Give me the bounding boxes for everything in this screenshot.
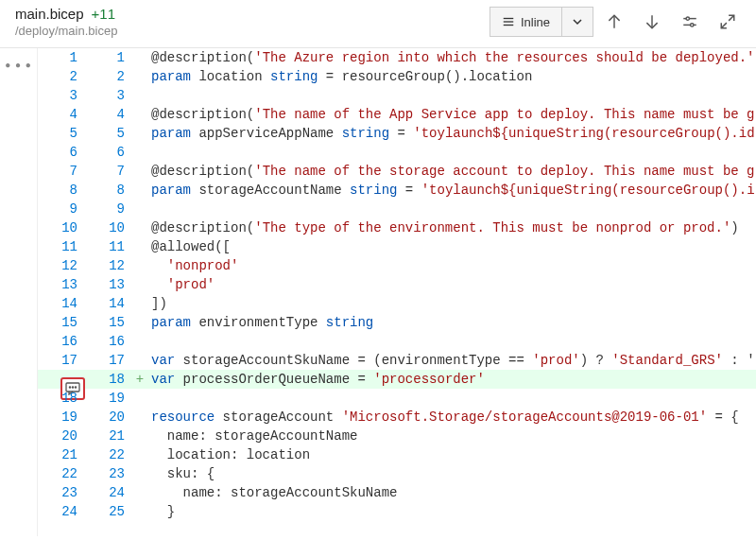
code-row[interactable]: 66 <box>38 143 756 162</box>
code-row[interactable]: 1717var storageAccountSkuName = (environ… <box>38 351 756 370</box>
line-number-new[interactable]: 1 <box>85 48 132 67</box>
line-number-old[interactable]: 22 <box>38 464 85 483</box>
line-number-old[interactable]: 10 <box>38 218 85 237</box>
code-row[interactable]: 2021 name: storageAccountName <box>38 427 756 445</box>
code-row[interactable]: 55param appServiceAppName string = 'toyl… <box>38 124 756 143</box>
line-number-old[interactable]: 5 <box>38 124 85 143</box>
line-number-new[interactable]: 10 <box>85 218 132 237</box>
code-content: 'prod' <box>147 275 756 294</box>
line-number-old[interactable]: 18 <box>38 389 85 408</box>
svg-point-8 <box>691 24 694 26</box>
line-number-new[interactable]: 11 <box>85 237 132 256</box>
code-content: location: location <box>147 445 756 464</box>
line-number-new[interactable]: 21 <box>85 427 132 445</box>
code-row[interactable]: 2223 sku: { <box>38 464 756 483</box>
more-actions-button[interactable]: ● ● ● <box>5 60 32 536</box>
settings-button[interactable] <box>673 7 707 37</box>
file-name[interactable]: main.bicep <box>15 6 84 22</box>
line-number-old[interactable]: 16 <box>38 332 85 351</box>
code-row[interactable]: 1819 <box>38 389 756 408</box>
line-number-new[interactable]: 13 <box>85 275 132 294</box>
prev-diff-button[interactable] <box>597 7 631 37</box>
svg-point-12 <box>69 387 70 388</box>
code-row[interactable]: 1414]) <box>38 294 756 313</box>
code-row[interactable]: 99 <box>38 200 756 218</box>
code-row[interactable]: 44@description('The name of the App Serv… <box>38 105 756 124</box>
expand-icon <box>719 13 736 30</box>
line-number-new[interactable]: 6 <box>85 143 132 162</box>
code-content: name: storageAccountSkuName <box>147 483 756 502</box>
line-number-old[interactable]: 2 <box>38 67 85 86</box>
code-row[interactable]: 2324 name: storageAccountSkuName <box>38 483 756 502</box>
line-number-new[interactable]: 3 <box>85 86 132 105</box>
line-number-new[interactable]: 8 <box>85 181 132 200</box>
line-number-new[interactable]: 16 <box>85 332 132 351</box>
line-number-new[interactable]: 5 <box>85 124 132 143</box>
code-row[interactable]: 1616 <box>38 332 756 351</box>
code-row[interactable]: 2122 location: location <box>38 445 756 464</box>
line-number-old[interactable]: 9 <box>38 200 85 218</box>
code-row[interactable]: 88param storageAccountName string = 'toy… <box>38 181 756 200</box>
code-row[interactable]: 22param location string = resourceGroup(… <box>38 67 756 86</box>
svg-point-13 <box>72 387 73 388</box>
code-row[interactable]: 1010@description('The type of the enviro… <box>38 218 756 237</box>
code-row[interactable]: 1920resource storageAccount 'Microsoft.S… <box>38 408 756 427</box>
diff-view-dropdown[interactable] <box>562 8 593 36</box>
code-content: var storageAccountSkuName = (environment… <box>147 351 756 370</box>
line-number-new[interactable]: 23 <box>85 464 132 483</box>
line-number-new[interactable]: 20 <box>85 408 132 427</box>
header-toolbar: Inline <box>490 7 745 37</box>
code-row[interactable]: 2425 } <box>38 502 756 521</box>
line-number-old[interactable]: 17 <box>38 351 85 370</box>
line-number-old[interactable]: 4 <box>38 105 85 124</box>
line-number-new[interactable]: 25 <box>85 502 132 521</box>
line-number-old[interactable]: 23 <box>38 483 85 502</box>
line-number-old[interactable]: 14 <box>38 294 85 313</box>
line-number-old[interactable]: 21 <box>38 445 85 464</box>
line-number-old[interactable]: 11 <box>38 237 85 256</box>
svg-line-9 <box>729 15 734 21</box>
line-number-new[interactable]: 4 <box>85 105 132 124</box>
line-number-old[interactable]: 7 <box>38 162 85 181</box>
line-number-new[interactable]: 7 <box>85 162 132 181</box>
chevron-down-icon <box>572 16 583 27</box>
code-content: @description('The Azure region into whic… <box>147 48 756 67</box>
line-number-new[interactable]: 12 <box>85 256 132 275</box>
line-number-new[interactable]: 19 <box>85 389 132 408</box>
line-number-old[interactable]: 1 <box>38 48 85 67</box>
code-row[interactable]: 1515param environmentType string <box>38 313 756 332</box>
code-row[interactable]: 1313 'prod' <box>38 275 756 294</box>
line-number-old[interactable]: 24 <box>38 502 85 521</box>
code-row[interactable]: 1212 'nonprod' <box>38 256 756 275</box>
line-number-old[interactable]: 19 <box>38 408 85 427</box>
code-content: sku: { <box>147 464 756 483</box>
code-row[interactable]: 33 <box>38 86 756 105</box>
line-number-old[interactable]: 20 <box>38 427 85 445</box>
code-row[interactable]: 18+var processOrderQueueName = 'processo… <box>38 370 756 389</box>
next-diff-button[interactable] <box>635 7 669 37</box>
line-number-old[interactable]: 6 <box>38 143 85 162</box>
line-number-new[interactable]: 2 <box>85 67 132 86</box>
line-number-new[interactable]: 22 <box>85 445 132 464</box>
line-number-new[interactable]: 9 <box>85 200 132 218</box>
line-number-new[interactable]: 15 <box>85 313 132 332</box>
line-number-old[interactable]: 12 <box>38 256 85 275</box>
line-number-new[interactable]: 24 <box>85 483 132 502</box>
inline-label: Inline <box>521 15 550 29</box>
code-content: @description('The name of the storage ac… <box>147 162 756 181</box>
code-content: @allowed([ <box>147 237 756 256</box>
code-row[interactable]: 11@description('The Azure region into wh… <box>38 48 756 67</box>
expand-button[interactable] <box>711 7 745 37</box>
diff-body: ● ● ● 11@description('The Azure region i… <box>0 48 756 536</box>
line-number-new[interactable]: 17 <box>85 351 132 370</box>
line-number-old[interactable]: 13 <box>38 275 85 294</box>
line-number-new[interactable]: 18 <box>85 370 132 389</box>
line-number-old[interactable]: 3 <box>38 86 85 105</box>
code-area[interactable]: 11@description('The Azure region into wh… <box>38 48 756 536</box>
line-number-old[interactable]: 15 <box>38 313 85 332</box>
code-row[interactable]: 1111@allowed([ <box>38 237 756 256</box>
line-number-new[interactable]: 14 <box>85 294 132 313</box>
code-row[interactable]: 77@description('The name of the storage … <box>38 162 756 181</box>
line-number-old[interactable]: 8 <box>38 181 85 200</box>
diff-view-mode-button[interactable]: Inline <box>490 7 593 37</box>
